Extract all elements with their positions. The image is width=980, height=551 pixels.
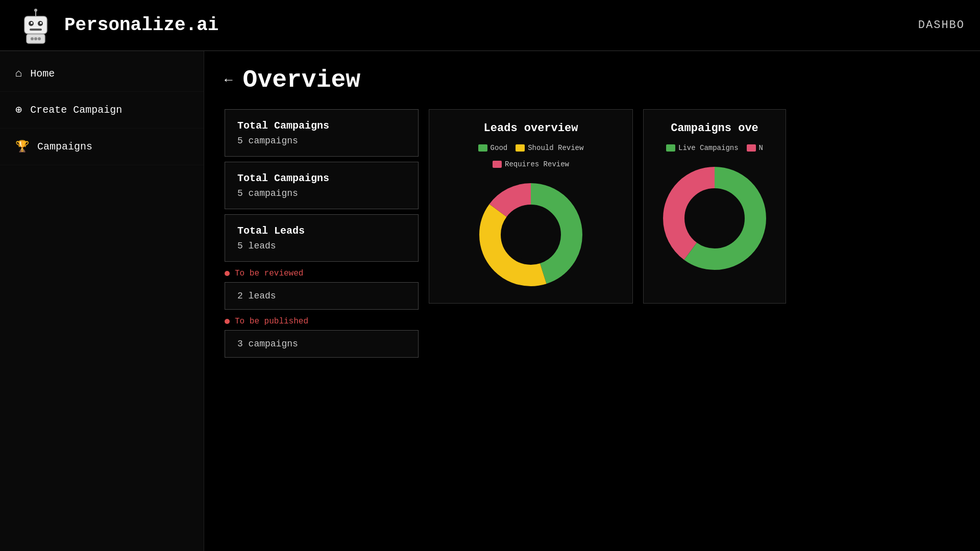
- leads-chart-legend: Good Should Review Requires Review: [442, 144, 620, 168]
- to-be-published-card: 3 campaigns: [225, 330, 419, 358]
- logo-text: Personalize.ai: [64, 15, 218, 36]
- sidebar: ⌂ Home ⊕ Create Campaign 🏆 Campaigns: [0, 51, 204, 551]
- sidebar-item-home[interactable]: ⌂ Home: [0, 56, 204, 92]
- legend-should-review: Should Review: [516, 144, 583, 152]
- legend-live-dot: [666, 144, 675, 152]
- total-leads-value: 5 leads: [237, 241, 406, 251]
- to-be-published-value: 3 campaigns: [237, 339, 406, 349]
- legend-requires-review-dot: [493, 161, 502, 168]
- legend-live-campaigns: Live Campaigns: [666, 144, 739, 152]
- svg-point-18: [689, 193, 740, 244]
- legend-live-label: Live Campaigns: [678, 144, 739, 152]
- campaigns-overview-chart: Campaigns ove Live Campaigns N: [643, 109, 786, 304]
- svg-rect-5: [30, 29, 42, 31]
- stats-and-charts: Total Campaigns 5 campaigns Total Campai…: [225, 109, 960, 363]
- sidebar-item-campaigns[interactable]: 🏆 Campaigns: [0, 129, 204, 165]
- svg-point-3: [31, 22, 33, 24]
- total-campaigns-1-title: Total Campaigns: [237, 120, 406, 132]
- campaigns-chart-title: Campaigns ove: [671, 122, 758, 135]
- logo-icon: [15, 5, 56, 46]
- reviewed-dot: [225, 271, 230, 276]
- svg-point-11: [38, 37, 41, 40]
- leads-chart-title: Leads overview: [484, 122, 578, 135]
- legend-not-label: N: [759, 144, 763, 152]
- total-campaigns-2-title: Total Campaigns: [237, 172, 406, 184]
- leads-overview-chart: Leads overview Good Should Review Req: [429, 109, 633, 304]
- stats-column: Total Campaigns 5 campaigns Total Campai…: [225, 109, 419, 363]
- back-button[interactable]: ←: [225, 72, 233, 88]
- to-be-reviewed-label: To be reviewed: [225, 269, 419, 278]
- total-campaigns-card-1: Total Campaigns 5 campaigns: [225, 109, 419, 157]
- total-leads-title: Total Leads: [237, 225, 406, 237]
- total-campaigns-2-value: 5 campaigns: [237, 188, 406, 198]
- legend-should-review-dot: [516, 144, 525, 152]
- header-nav: DASHBO: [918, 19, 965, 32]
- legend-good: Good: [478, 144, 508, 152]
- main-layout: ⌂ Home ⊕ Create Campaign 🏆 Campaigns ← O…: [0, 51, 980, 551]
- legend-requires-review-label: Requires Review: [505, 160, 569, 168]
- svg-point-9: [31, 37, 34, 40]
- header: Personalize.ai DASHBO: [0, 0, 980, 51]
- total-leads-card: Total Leads 5 leads: [225, 214, 419, 262]
- legend-requires-review: Requires Review: [493, 160, 569, 168]
- to-be-reviewed-card: 2 leads: [225, 282, 419, 310]
- total-campaigns-1-value: 5 campaigns: [237, 136, 406, 146]
- to-be-reviewed-value: 2 leads: [237, 291, 406, 301]
- page-header: ← Overview: [225, 66, 960, 94]
- svg-point-10: [34, 37, 37, 40]
- legend-not-dot: [747, 144, 756, 152]
- legend-not: N: [747, 144, 763, 152]
- sidebar-item-home-label: Home: [30, 68, 55, 80]
- charts-area: Leads overview Good Should Review Req: [429, 109, 960, 304]
- sidebar-item-create-campaign-label: Create Campaign: [30, 104, 122, 116]
- page-title: Overview: [243, 66, 360, 94]
- total-campaigns-card-2: Total Campaigns 5 campaigns: [225, 162, 419, 209]
- legend-should-review-label: Should Review: [528, 144, 583, 152]
- to-be-published-label: To be published: [225, 317, 419, 326]
- plus-circle-icon: ⊕: [15, 103, 22, 117]
- published-dot: [225, 319, 230, 324]
- logo-area: Personalize.ai: [15, 5, 218, 46]
- svg-point-7: [34, 9, 37, 12]
- svg-point-4: [40, 22, 42, 24]
- home-icon: ⌂: [15, 67, 22, 80]
- campaigns-donut-chart: [658, 162, 771, 274]
- content-area: ← Overview Total Campaigns 5 campaigns T…: [204, 51, 980, 551]
- svg-point-15: [505, 209, 556, 260]
- sidebar-item-campaigns-label: Campaigns: [37, 141, 92, 153]
- campaigns-chart-legend: Live Campaigns N: [666, 144, 763, 152]
- legend-good-label: Good: [491, 144, 508, 152]
- svg-rect-0: [24, 16, 47, 34]
- leads-donut-chart: [475, 179, 587, 291]
- trophy-icon: 🏆: [15, 140, 29, 154]
- sidebar-item-create-campaign[interactable]: ⊕ Create Campaign: [0, 92, 204, 129]
- legend-good-dot: [478, 144, 487, 152]
